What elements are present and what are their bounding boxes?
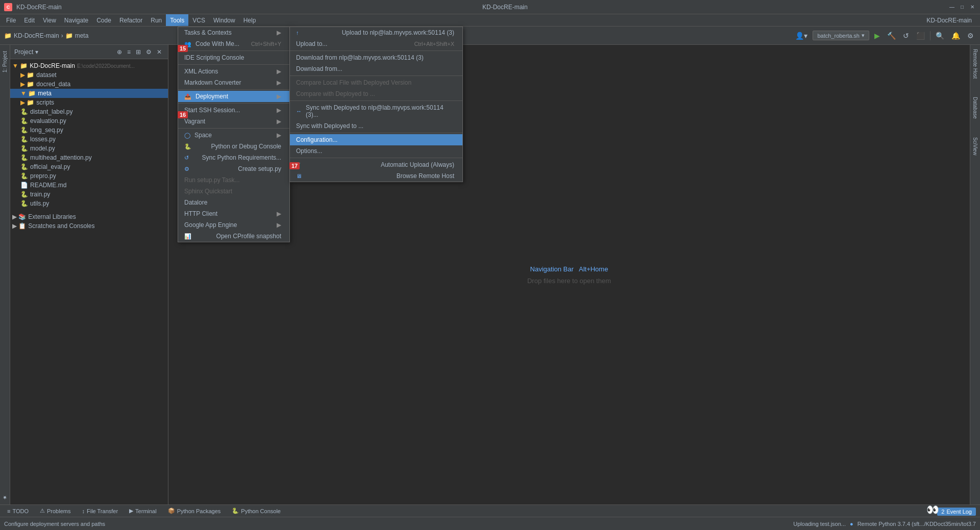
reload-button[interactable]: ↺ <box>901 31 911 41</box>
menu-datalore[interactable]: Datalore <box>178 197 289 208</box>
favorites-tab[interactable]: ★ <box>1 491 9 504</box>
panel-locate-btn[interactable]: ⊕ <box>115 47 124 57</box>
submenu-options[interactable]: Options... <box>290 145 462 157</box>
build-button[interactable]: 🔨 <box>885 31 898 41</box>
profile-button[interactable]: 👤▾ <box>793 31 810 41</box>
tools-menu[interactable]: Tasks & Contexts ▶ 👥 Code With Me... Ctr… <box>178 27 290 242</box>
search-button[interactable]: 🔍 <box>934 31 946 41</box>
menu-ide-scripting[interactable]: IDE Scripting Console <box>178 52 289 63</box>
tree-official-eval[interactable]: 🐍 official_eval.py <box>10 162 168 171</box>
title-bar-right[interactable]: — □ ✕ <box>948 4 976 11</box>
menu-vcs[interactable]: VCS <box>188 14 209 26</box>
menu-xml-actions[interactable]: XML Actions ▶ <box>178 66 289 77</box>
project-tab[interactable]: 1: Project <box>1 47 9 77</box>
submenu-upload-to[interactable]: Upload to... Ctrl+Alt+Shift+X <box>290 38 462 49</box>
menu-tasks-contexts[interactable]: Tasks & Contexts ▶ <box>178 27 289 38</box>
tree-distant-label[interactable]: 🐍 distant_label.py <box>10 107 168 116</box>
menu-run[interactable]: Run <box>146 14 166 26</box>
upload-to-shortcut: Ctrl+Alt+Shift+X <box>414 41 454 47</box>
menu-space[interactable]: ◯ Space ▶ <box>178 130 289 141</box>
run-config-button[interactable]: batch_roberta.sh ▾ <box>813 31 869 40</box>
submenu-download-from[interactable]: Download from... <box>290 63 462 74</box>
tree-dataset[interactable]: ▶ 📁 dataset <box>10 70 168 80</box>
tab-todo[interactable]: ≡ TODO <box>2 507 34 515</box>
xml-arrow: ▶ <box>277 68 281 75</box>
browse-remote-label: Browse Remote Host <box>397 172 454 180</box>
submenu-sync-server[interactable]: ↔ Sync with Deployed to nlp@lab.myvps.wo… <box>290 102 462 120</box>
menu-http-client[interactable]: HTTP Client ▶ <box>178 208 289 219</box>
menu-edit[interactable]: Edit <box>20 14 39 26</box>
menu-cprofile[interactable]: 📊 Open CProfile snapshot <box>178 231 289 242</box>
maximize-button[interactable]: □ <box>959 4 966 11</box>
submenu-sync-to[interactable]: Sync with Deployed to ... <box>290 120 462 132</box>
py-icon-3: 🐍 <box>20 127 28 134</box>
panel-close-btn[interactable]: ✕ <box>155 47 164 57</box>
sciview-tab[interactable]: SciView <box>971 133 979 159</box>
menu-file[interactable]: File <box>2 14 20 26</box>
notifications-button[interactable]: 🔔 <box>949 31 962 41</box>
menu-google-app[interactable]: Google App Engine ▶ <box>178 219 289 231</box>
tree-external-libs[interactable]: ▶ 📚 External Libraries <box>10 212 168 221</box>
menu-code-with-me[interactable]: 👥 Code With Me... Ctrl+Shift+Y <box>178 38 289 49</box>
menu-markdown[interactable]: Markdown Converter ▶ <box>178 77 289 88</box>
tree-model[interactable]: 🐍 model.py <box>10 144 168 153</box>
run-button[interactable]: ▶ <box>872 31 882 41</box>
tab-file-transfer[interactable]: ↕ File Transfer <box>77 507 123 515</box>
sep3 <box>178 89 289 90</box>
left-tabs: 1: Project ★ <box>0 45 10 504</box>
create-setup-label: Create setup.py <box>238 165 281 172</box>
deployment-submenu[interactable]: ↑ Upload to nlp@lab.myvps.work:50114 (3)… <box>289 27 463 182</box>
menu-ssh[interactable]: Start SSH Session... ▶ <box>178 105 289 116</box>
submenu-auto-upload[interactable]: ✓ Automatic Upload (Always) <box>290 159 462 170</box>
tab-python-console[interactable]: 🐍 Python Console <box>227 507 286 515</box>
stop-button[interactable]: ⬛ <box>914 31 927 41</box>
vagrant-label: Vagrant <box>184 118 275 125</box>
tree-meta[interactable]: ▼ 📁 meta <box>10 89 168 98</box>
submenu-upload-to-server[interactable]: ↑ Upload to nlp@lab.myvps.work:50114 (3) <box>290 27 462 38</box>
todo-icon: ≡ <box>7 508 10 514</box>
menu-code[interactable]: Code <box>92 14 115 26</box>
tree-prepro[interactable]: 🐍 prepro.py <box>10 171 168 181</box>
tab-problems[interactable]: ⚠ Problems <box>35 507 76 515</box>
tree-scratches[interactable]: ▶ 📋 Scratches and Consoles <box>10 221 168 231</box>
menu-view[interactable]: View <box>39 14 60 26</box>
panel-expand-btn[interactable]: ⊞ <box>134 47 143 57</box>
tree-utils[interactable]: 🐍 utils.py <box>10 199 168 208</box>
tree-scripts[interactable]: ▶ 📁 scripts <box>10 98 168 107</box>
terminal-label: Terminal <box>135 508 157 514</box>
problems-label: Problems <box>47 508 70 514</box>
submenu-download-server[interactable]: Download from nlp@lab.myvps.work:50114 (… <box>290 52 462 63</box>
menu-navigate[interactable]: Navigate <box>60 14 92 26</box>
panel-settings-btn[interactable]: ⚙ <box>144 47 154 57</box>
tree-docred[interactable]: ▶ 📁 docred_data <box>10 80 168 89</box>
menu-create-setup[interactable]: ⚙ Create setup.py <box>178 163 289 174</box>
menu-refactor[interactable]: Refactor <box>115 14 146 26</box>
menu-window[interactable]: Window <box>209 14 239 26</box>
minimize-button[interactable]: — <box>948 4 955 11</box>
database-tab[interactable]: Database <box>971 93 979 123</box>
py-icon-5: 🐍 <box>20 145 28 152</box>
tree-root[interactable]: ▼ 📁 KD-DocRE-main E:\code\2022Document..… <box>10 61 168 70</box>
submenu-configuration[interactable]: Configuration... <box>290 134 462 145</box>
tree-losses[interactable]: 🐍 losses.py <box>10 135 168 144</box>
menu-deployment[interactable]: 📤 Deployment ▶ <box>178 91 289 102</box>
tree-multihead[interactable]: 🐍 multihead_attention.py <box>10 153 168 162</box>
tree-long-seq[interactable]: 🐍 long_seq.py <box>10 125 168 135</box>
tree-train[interactable]: 🐍 train.py <box>10 190 168 199</box>
tab-terminal[interactable]: ▶ Terminal <box>124 507 162 515</box>
root-folder-icon: ▼ 📁 <box>12 62 28 69</box>
menu-sync-requirements[interactable]: ↺ Sync Python Requirements... <box>178 152 289 163</box>
settings-button[interactable]: ⚙ <box>965 31 976 41</box>
submenu-browse-remote[interactable]: 🖥 Browse Remote Host <box>290 170 462 182</box>
panel-scroll-btn[interactable]: ≡ <box>125 47 133 57</box>
close-button[interactable]: ✕ <box>969 4 976 11</box>
remote-host-tab[interactable]: Remote Host <box>971 45 979 83</box>
tree-readme[interactable]: 📄 README.md <box>10 181 168 190</box>
tree-evaluation[interactable]: 🐍 evaluation.py <box>10 116 168 125</box>
compare-local-label: Compare Local File with Deployed Version <box>296 79 411 86</box>
tab-python-packages[interactable]: 📦 Python Packages <box>163 507 226 515</box>
menu-python-debug[interactable]: 🐍 Python or Debug Console <box>178 141 289 152</box>
menu-tools[interactable]: Tools <box>166 14 188 26</box>
menu-help[interactable]: Help <box>239 14 260 26</box>
menu-vagrant[interactable]: Vagrant ▶ <box>178 116 289 127</box>
